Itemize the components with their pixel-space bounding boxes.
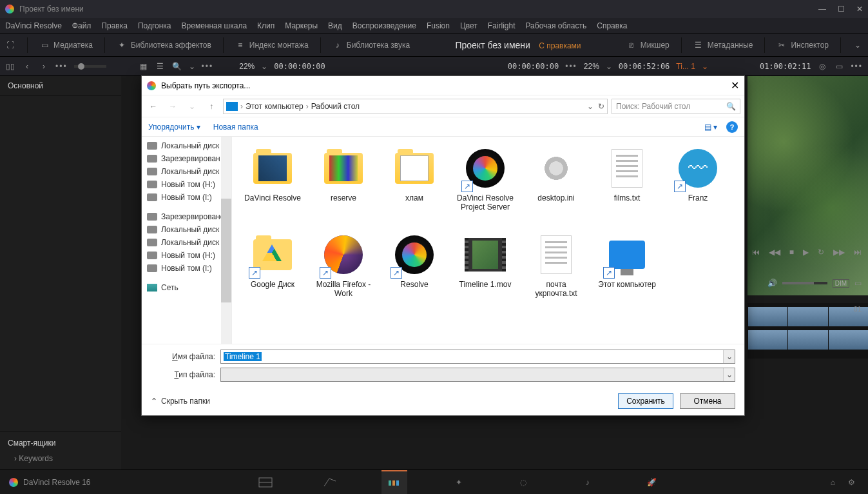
nav-back-button[interactable]: ← xyxy=(146,99,161,114)
file-grid[interactable]: DaVinci Resolvereserveхлам↗DaVinci Resol… xyxy=(232,137,744,344)
home-icon[interactable]: ⌂ xyxy=(831,478,835,487)
tree-item[interactable]: Новый том (H:) xyxy=(142,249,231,262)
cut-page-button[interactable] xyxy=(317,470,343,495)
more-icon[interactable]: ••• xyxy=(851,62,863,71)
prev-frame-icon[interactable]: ◀◀ xyxy=(769,248,780,257)
menu-item[interactable]: Подгонка xyxy=(138,21,171,30)
menu-item[interactable]: Fairlight xyxy=(488,21,516,30)
file-item[interactable]: reserve xyxy=(309,143,378,227)
tree-item[interactable]: Новый том (I:) xyxy=(142,191,231,204)
deliver-page-button[interactable]: 🚀 xyxy=(639,470,665,495)
menu-item[interactable]: Временная шкала xyxy=(182,21,247,30)
menu-item[interactable]: Маркеры xyxy=(285,21,318,30)
menu-item[interactable]: Справка xyxy=(597,21,627,30)
filename-input[interactable]: Timeline 1⌄ xyxy=(220,350,735,364)
organize-menu[interactable]: Упорядочить ▾ xyxy=(148,123,200,132)
fairlight-page-button[interactable]: ♪ xyxy=(575,470,601,495)
cancel-button[interactable]: Отмена xyxy=(680,393,735,409)
file-item[interactable]: desktop.ini xyxy=(522,143,590,227)
sound-library-toggle[interactable]: ♪Библиотека звука xyxy=(333,40,410,50)
scrollbar[interactable] xyxy=(221,137,231,344)
tree-item[interactable]: Зарезервирован xyxy=(142,152,231,165)
menu-item[interactable]: DaVinci Resolve xyxy=(5,21,62,30)
menu-item[interactable]: Цвет xyxy=(460,21,477,30)
dropdown-icon[interactable]: ⌄ xyxy=(853,40,863,50)
more-icon[interactable]: ••• xyxy=(202,62,214,71)
chevron-right-icon[interactable]: › xyxy=(39,61,49,72)
stop-icon[interactable]: ■ xyxy=(789,248,794,257)
file-item[interactable]: ↗Mozilla Firefox - Work xyxy=(309,230,378,313)
file-item[interactable]: Timeline 1.mov xyxy=(451,230,519,313)
nav-up-button[interactable]: ↑ xyxy=(204,99,219,114)
zoom-left[interactable]: 22% xyxy=(239,62,255,71)
edit-index-toggle[interactable]: ≡Индекс монтажа xyxy=(235,40,309,50)
hide-folders-toggle[interactable]: ⌃Скрыть папки xyxy=(151,397,210,406)
chevron-down-icon[interactable]: ⌄ xyxy=(723,368,735,381)
color-page-button[interactable]: ◌ xyxy=(510,470,536,495)
target-icon[interactable]: ◎ xyxy=(817,61,827,72)
tree-item[interactable]: Новый том (I:) xyxy=(142,262,231,275)
chevron-down-icon[interactable]: ⌄ xyxy=(189,62,195,71)
inspector-toggle[interactable]: ✂Инспектор xyxy=(776,40,829,50)
grid-icon[interactable]: ▦ xyxy=(139,61,149,72)
file-item[interactable]: DaVinci Resolve xyxy=(238,143,307,227)
nav-forward-button[interactable]: → xyxy=(165,99,180,114)
file-item[interactable]: films.txt xyxy=(593,143,661,227)
close-icon[interactable]: ✕ xyxy=(856,5,863,14)
minimize-icon[interactable]: — xyxy=(818,5,826,14)
breadcrumb[interactable]: Этот компьютер xyxy=(246,102,304,111)
dim-toggle[interactable]: DIM xyxy=(833,279,849,288)
save-button[interactable]: Сохранить xyxy=(618,393,673,409)
filetype-select[interactable]: ⌄ xyxy=(220,368,735,382)
tree-item[interactable]: Локальный диск xyxy=(142,223,231,236)
zoom-slider[interactable] xyxy=(74,65,106,68)
clip-name[interactable]: Ti... 1 xyxy=(676,62,695,71)
file-item[interactable]: ↗Google Диск xyxy=(238,230,307,313)
layout-icon[interactable]: ▯▯ xyxy=(5,61,15,72)
edit-page-button[interactable] xyxy=(381,470,407,495)
speaker-icon[interactable]: 🔊 xyxy=(767,279,777,288)
tree-item[interactable]: Локальный диск xyxy=(142,165,231,178)
more-icon[interactable]: ••• xyxy=(565,62,577,71)
tree-item[interactable]: Новый том (H:) xyxy=(142,178,231,191)
folder-tree[interactable]: Локальный диск Зарезервирован Локальный … xyxy=(142,137,232,344)
menu-item[interactable]: Файл xyxy=(72,21,92,30)
maximize-icon[interactable]: ☐ xyxy=(838,5,845,14)
search-input[interactable]: Поиск: Рабочий стол 🔍 xyxy=(612,99,740,114)
new-folder-button[interactable]: Новая папка xyxy=(213,123,258,132)
menu-item[interactable]: Вид xyxy=(328,21,342,30)
fx-library-toggle[interactable]: ✦Библиотека эффектов xyxy=(117,40,211,50)
dialog-close-button[interactable]: ✕ xyxy=(731,79,739,92)
tree-item[interactable]: Локальный диск xyxy=(142,236,231,249)
menu-item[interactable]: Правка xyxy=(101,21,128,30)
menu-item[interactable]: Рабочая область xyxy=(526,21,587,30)
skip-end-icon[interactable]: ⏭ xyxy=(854,248,862,257)
menu-item[interactable]: Воспроизведение xyxy=(352,21,416,30)
media-page-button[interactable] xyxy=(253,470,278,495)
more-icon[interactable]: ••• xyxy=(55,62,68,71)
smart-bins-header[interactable]: Смарт-ящики xyxy=(8,439,113,448)
file-item[interactable]: 〰↗Franz xyxy=(664,143,732,227)
meter-icon[interactable]: ▭ xyxy=(854,279,862,288)
volume-slider[interactable] xyxy=(782,282,827,284)
pool-icon[interactable]: ⛶ xyxy=(5,40,15,50)
settings-icon[interactable]: ⚙ xyxy=(848,478,855,487)
breadcrumb[interactable]: Рабочий стол xyxy=(311,102,360,111)
metadata-toggle[interactable]: ☰Метаданные xyxy=(693,40,753,50)
chevron-down-icon[interactable]: ⌄ xyxy=(723,350,735,363)
mediapool-toggle[interactable]: ▭Медиатека xyxy=(39,40,93,50)
bin-main[interactable]: Основной xyxy=(0,76,121,96)
tree-item[interactable]: Зарезервировано xyxy=(142,210,231,223)
zoom-right[interactable]: 22% xyxy=(584,62,599,71)
timeline-strip[interactable]: 01: xyxy=(747,303,868,359)
file-item[interactable]: почта укрпочта.txt xyxy=(522,230,590,313)
file-item[interactable]: ↗Resolve xyxy=(380,230,448,313)
play-icon[interactable]: ▶ xyxy=(803,248,809,257)
file-item[interactable]: ↗DaVinci Resolve Project Server xyxy=(451,143,519,227)
tree-item-network[interactable]: Сеть xyxy=(142,281,231,294)
view-mode-button[interactable]: ▤ ▾ xyxy=(704,123,717,132)
frame-icon[interactable]: ▭ xyxy=(834,61,844,72)
menu-item[interactable]: Клип xyxy=(257,21,275,30)
file-item[interactable]: хлам xyxy=(380,143,448,227)
smart-bin-keywords[interactable]: › Keywords xyxy=(8,454,113,463)
